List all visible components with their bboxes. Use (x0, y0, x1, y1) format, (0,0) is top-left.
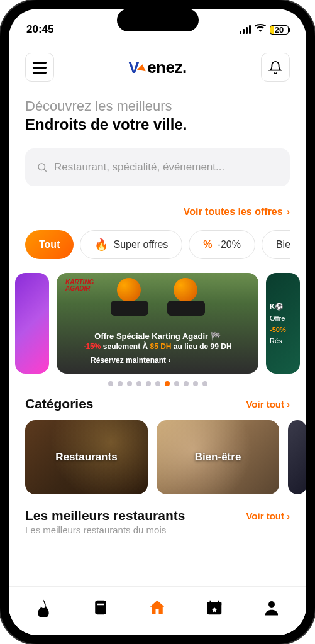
nav-home[interactable] (143, 594, 171, 621)
best-restaurants-title: Les meilleurs restaurants (25, 508, 185, 523)
carousel-dot[interactable] (136, 381, 141, 386)
person-icon (262, 598, 281, 617)
svg-point-5 (268, 601, 275, 608)
category-restaurants[interactable]: Restaurants (25, 420, 148, 494)
signal-icon (240, 25, 251, 34)
carousel-dots (25, 381, 290, 386)
carousel-dot[interactable] (184, 381, 189, 386)
filter-chips: Tout 🔥 Super offres % -20% Bie (25, 230, 290, 259)
chip-super-offers[interactable]: 🔥 Super offres (80, 230, 182, 259)
hero-title: Endroits de votre ville. (25, 116, 290, 133)
nav-profile[interactable] (258, 594, 285, 621)
carousel-prev-card[interactable] (15, 273, 49, 374)
battery-percentage: 20 (275, 25, 284, 35)
percent-icon: % (203, 239, 212, 250)
category-next[interactable] (288, 420, 306, 494)
battery-icon: 20 (270, 25, 289, 35)
chevron-right-icon: › (287, 399, 290, 409)
svg-point-0 (38, 164, 45, 170)
svg-rect-4 (207, 602, 222, 605)
wifi-icon (255, 23, 266, 36)
carousel-next-card[interactable]: K⚽ Offre -50% Rés (266, 273, 300, 374)
offers-carousel[interactable]: KARTING AGADIR Offre Spéciale Karting Ag… (9, 273, 306, 374)
best-restaurants-subtitle: Les meilleurs restaurants du mois (25, 525, 290, 535)
category-bienetre[interactable]: Bien-être (157, 420, 279, 494)
bell-icon (268, 60, 282, 74)
carousel-dot[interactable] (118, 381, 123, 386)
see-all-offers-link[interactable]: Voir toutes les offres › (25, 206, 290, 218)
offer-cta[interactable]: Réservez maintenant › (65, 356, 250, 365)
search-icon (36, 162, 48, 173)
categories-title: Catégories (25, 396, 94, 411)
categories-see-all[interactable]: Voir tout › (246, 399, 290, 409)
carousel-dot[interactable] (165, 381, 170, 386)
flame-icon (34, 598, 53, 617)
chip-all[interactable]: Tout (25, 230, 74, 259)
nav-events[interactable] (201, 594, 228, 621)
hamburger-icon (33, 62, 47, 74)
flame-icon: 🔥 (94, 238, 108, 252)
bottom-nav (9, 586, 306, 635)
best-restaurants-see-all[interactable]: Voir tout › (246, 511, 290, 521)
svg-rect-2 (97, 603, 104, 605)
offer-title: Offre Spéciale Karting Agadir 🏁 (65, 331, 250, 341)
carousel-main-card[interactable]: KARTING AGADIR Offre Spéciale Karting Ag… (57, 273, 258, 374)
search-placeholder: Restaurant, spécialité, événement... (54, 161, 224, 174)
carousel-dot[interactable] (108, 381, 113, 386)
calendar-star-icon (205, 598, 224, 617)
search-input[interactable]: Restaurant, spécialité, événement... (25, 148, 290, 186)
app-logo: Venez. (128, 58, 186, 77)
carousel-dot[interactable] (146, 381, 151, 386)
home-icon (148, 598, 167, 617)
svg-rect-1 (95, 600, 106, 614)
chip-bienetre[interactable]: Bie (262, 230, 290, 259)
nav-saved[interactable] (87, 594, 114, 621)
chevron-right-icon: › (287, 511, 290, 521)
offer-price-line: -15% seulement À 85 DH au lieu de 99 DH (65, 342, 250, 351)
chevron-right-icon: › (287, 206, 290, 218)
status-time: 20:45 (26, 23, 53, 36)
nav-hot[interactable] (30, 594, 57, 621)
carousel-dot[interactable] (174, 381, 179, 386)
hero-subtitle: Découvrez les meilleurs (25, 98, 290, 114)
bookmark-icon (91, 598, 110, 617)
chip-discount-20[interactable]: % -20% (189, 230, 255, 259)
menu-button[interactable] (25, 53, 54, 82)
carousel-dot[interactable] (193, 381, 198, 386)
notifications-button[interactable] (261, 53, 290, 82)
carousel-dot[interactable] (202, 381, 207, 386)
carousel-dot[interactable] (127, 381, 132, 386)
categories-row: Restaurants Bien-être (25, 420, 306, 494)
carousel-dot[interactable] (155, 381, 160, 386)
